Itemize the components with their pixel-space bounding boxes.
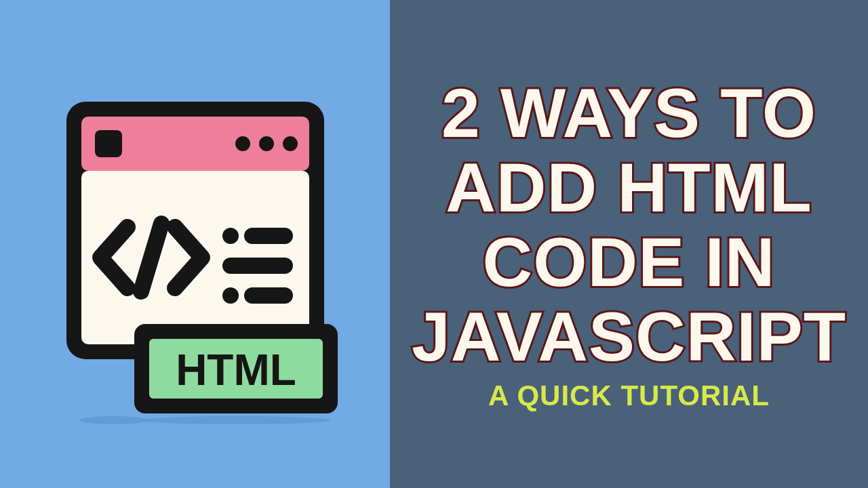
subtitle: A QUICK TUTORIAL — [488, 380, 770, 412]
title-line-3: CODE IN — [412, 225, 846, 300]
svg-rect-12 — [244, 287, 293, 304]
title-line-2: ADD HTML — [412, 150, 846, 225]
right-panel: 2 WAYS TO ADD HTML CODE IN JAVASCRIPT A … — [390, 0, 868, 488]
svg-rect-10 — [222, 258, 293, 274]
svg-text:HTML: HTML — [176, 346, 296, 394]
left-panel: HTML — [0, 0, 390, 488]
svg-rect-2 — [95, 130, 122, 157]
title-line-1: 2 WAYS TO — [412, 76, 846, 150]
svg-point-5 — [283, 136, 298, 151]
svg-point-3 — [235, 136, 250, 151]
html-code-window-icon: HTML — [33, 54, 358, 434]
main-title: 2 WAYS TO ADD HTML CODE IN JAVASCRIPT — [412, 76, 846, 375]
svg-point-8 — [222, 228, 239, 244]
title-line-4: JAVASCRIPT — [412, 300, 846, 374]
svg-point-17 — [141, 416, 331, 424]
svg-point-16 — [80, 416, 148, 424]
svg-point-4 — [259, 136, 274, 151]
svg-point-11 — [222, 287, 239, 304]
svg-rect-9 — [244, 228, 293, 244]
